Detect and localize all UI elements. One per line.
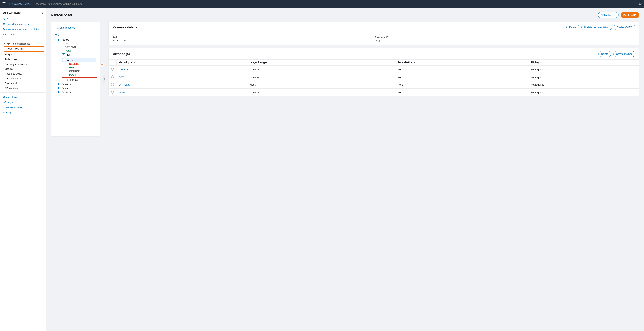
- resource-details-header: Resource details Delete Update documenta…: [109, 22, 639, 33]
- sidebar-item-custom-domain[interactable]: Custom domain names: [0, 21, 46, 27]
- main-content: Resources API actions ▾ Deploy API Creat…: [46, 8, 644, 331]
- tree-expand-login[interactable]: +: [58, 87, 61, 89]
- tree-method-order-options[interactable]: OPTIONS: [62, 69, 96, 73]
- tree-method-order-delete[interactable]: DELETE: [62, 62, 96, 66]
- tree-expand-handle[interactable]: +: [66, 79, 69, 81]
- tree-expand-register[interactable]: +: [58, 91, 61, 93]
- tree-row-root[interactable]: − /: [54, 34, 97, 37]
- methods-table-header-row: Method type ▲ Integration type ▾ Authori…: [109, 59, 639, 65]
- row-radio-get[interactable]: [111, 75, 114, 78]
- breadcrumb-api-gateway[interactable]: API Gateway: [8, 2, 22, 5]
- sidebar-item-vpc-links[interactable]: VPC links: [0, 32, 46, 37]
- tree-expand-id[interactable]: +: [62, 53, 65, 56]
- table-row: DELETE Lambda None Not required: [109, 65, 639, 73]
- method-link-get[interactable]: GET: [119, 76, 124, 78]
- sidebar-item-usage-plans[interactable]: Usage plans: [0, 94, 46, 100]
- enable-cors-button[interactable]: Enable CORS: [614, 24, 636, 30]
- tree-children-order: + /handle: [62, 78, 97, 82]
- tree-label-register: /register: [62, 91, 71, 93]
- sidebar-api-items: Resources 1 Stages Authorizers Gateway r…: [0, 46, 46, 90]
- resource-details-title: Resource details: [112, 26, 137, 29]
- tree-label-books: /books: [62, 38, 69, 41]
- sidebar-item-client-certs[interactable]: Client certificates: [0, 105, 46, 110]
- sidebar-item-gateway-responses[interactable]: Gateway responses: [0, 62, 46, 66]
- sidebar-item-dashboard[interactable]: Dashboard: [0, 81, 46, 86]
- hamburger-icon[interactable]: ☰: [2, 1, 6, 6]
- method-link-post[interactable]: POST: [119, 91, 125, 94]
- api-key-filter-icon: ▾: [540, 61, 542, 64]
- tree-item-login: + /login: [58, 86, 97, 90]
- row-radio-options[interactable]: [111, 83, 114, 86]
- delete-method-button[interactable]: Delete: [598, 51, 611, 57]
- sidebar-item-api-keys[interactable]: API keys: [0, 100, 46, 105]
- delete-resource-button[interactable]: Delete: [566, 24, 580, 30]
- deploy-api-button[interactable]: Deploy API: [620, 12, 640, 18]
- col-api-key[interactable]: API key ▾: [528, 59, 639, 65]
- api-actions-button[interactable]: API actions ▾: [598, 12, 619, 18]
- tree-row-login[interactable]: + /login: [58, 86, 97, 90]
- sidebar-item-documentation[interactable]: Documentation: [0, 76, 46, 81]
- tree-item-confirm: + /confirm: [58, 82, 97, 86]
- tree-children-books: + /{id} −: [58, 53, 97, 82]
- tree-label-login: /login: [62, 87, 68, 89]
- tree-label-id: /{id}: [66, 53, 70, 56]
- methods-table-body: DELETE Lambda None Not required GET Lamb…: [109, 65, 639, 96]
- settings-icon[interactable]: ⚙: [639, 2, 642, 6]
- tree-row-id[interactable]: + /{id}: [62, 53, 97, 56]
- sidebar-item-resources[interactable]: Resources 1: [4, 46, 44, 52]
- sidebar-item-models[interactable]: Models: [0, 66, 46, 71]
- api-section-label: API: fcj-serverless-api: [6, 42, 31, 45]
- sidebar-collapse-icon[interactable]: ‹: [42, 11, 43, 15]
- col-method-type[interactable]: Method type ▲: [116, 59, 248, 65]
- tree-method-order-get[interactable]: GET: [62, 66, 96, 69]
- sidebar-item-domain-associations[interactable]: Domain name access associations: [0, 27, 46, 32]
- api-section-arrow[interactable]: ▼: [3, 42, 5, 45]
- tree-method-order-post[interactable]: POST: [62, 73, 96, 77]
- methods-header: Methods (4) Delete Create method: [109, 48, 639, 59]
- methods-table-head: Method type ▲ Integration type ▾ Authori…: [109, 59, 639, 65]
- method-link-delete[interactable]: DELETE: [119, 68, 128, 71]
- sidebar-item-stages[interactable]: Stages: [0, 52, 46, 57]
- resource-details-actions: Delete Update documentation Enable CORS: [566, 24, 636, 30]
- tree-row-books[interactable]: − /books: [58, 38, 97, 41]
- tree-row-handle[interactable]: + /handle: [65, 78, 97, 82]
- create-resource-button[interactable]: Create resource: [54, 25, 78, 30]
- row-integration-get: Lambda: [248, 73, 395, 81]
- tree-method-books-get[interactable]: GET: [58, 41, 97, 45]
- tree-collapse-root[interactable]: −: [55, 34, 57, 37]
- sidebar-item-apis[interactable]: APIs: [0, 16, 46, 21]
- tree-method-books-post[interactable]: POST: [58, 49, 97, 52]
- sidebar-item-authorizers[interactable]: Authorizers: [0, 57, 46, 62]
- method-link-options[interactable]: OPTIONS: [119, 83, 130, 86]
- top-navigation: ☰ API Gateway › APIs › Resources - fcj-s…: [0, 0, 644, 8]
- sidebar-app-title: API Gateway: [3, 11, 20, 14]
- col-integration-type[interactable]: Integration type ▾: [248, 59, 395, 65]
- annotation-2: 2: [100, 63, 104, 67]
- sidebar-item-resource-policy[interactable]: Resource policy: [0, 71, 46, 76]
- tree-item-id: + /{id}: [62, 53, 97, 56]
- tree-collapse-books[interactable]: −: [58, 38, 61, 41]
- table-row: OPTIONS Mock None Not required: [109, 81, 639, 89]
- update-documentation-button[interactable]: Update documentation: [581, 24, 612, 30]
- tree-collapse-order[interactable]: −: [63, 59, 66, 61]
- tree-expand-confirm[interactable]: +: [58, 83, 61, 85]
- method-sort-icon: ▲: [134, 61, 136, 64]
- tree-label-root: /: [58, 34, 59, 37]
- sidebar-item-settings[interactable]: Settings: [0, 110, 46, 115]
- sidebar-api-section: ▼ API: fcj-serverless-api: [0, 41, 46, 46]
- panel-resize-handle[interactable]: |: [104, 75, 106, 83]
- page-header: Resources API actions ▾ Deploy API: [50, 12, 640, 18]
- breadcrumb-apis[interactable]: APIs: [25, 2, 30, 5]
- sidebar-item-api-settings[interactable]: API settings: [0, 86, 46, 90]
- methods-table: Method type ▲ Integration type ▾ Authori…: [109, 59, 639, 96]
- row-integration-options: Mock: [248, 81, 395, 89]
- tree-row-register[interactable]: + /register: [58, 90, 97, 94]
- tree-row-confirm[interactable]: + /confirm: [58, 82, 97, 86]
- row-radio-post[interactable]: [111, 91, 114, 94]
- col-authorization[interactable]: Authorization ▾: [395, 59, 528, 65]
- tree-method-books-options[interactable]: OPTIONS: [58, 45, 97, 49]
- tree-item-handle: + /handle: [65, 78, 97, 82]
- row-radio-delete[interactable]: [111, 68, 114, 71]
- tree-row-order[interactable]: − /order: [62, 58, 96, 62]
- create-method-button[interactable]: Create method: [613, 51, 636, 57]
